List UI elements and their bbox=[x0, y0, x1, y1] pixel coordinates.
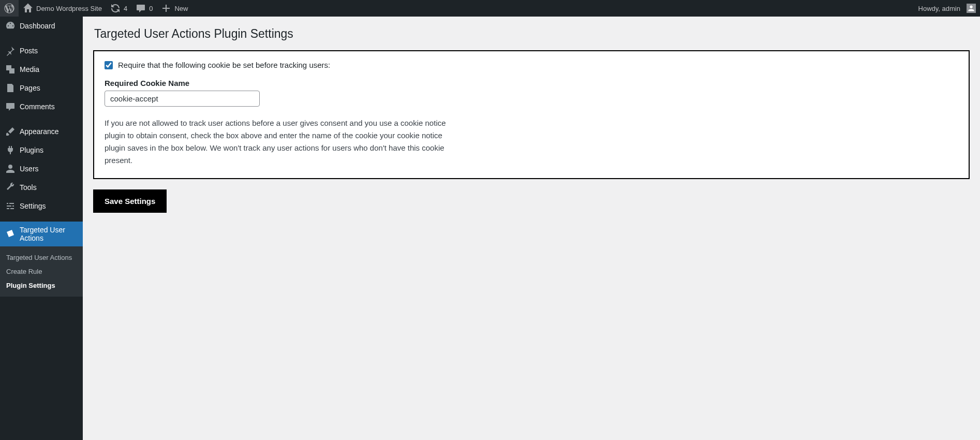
settings-panel: Require that the following cookie be set… bbox=[93, 50, 970, 179]
dashboard-icon bbox=[5, 21, 16, 31]
sidebar-item-targeted-user-actions[interactable]: Targeted User Actions bbox=[0, 222, 83, 246]
updates-link[interactable]: 4 bbox=[106, 0, 131, 17]
admin-toolbar: Demo Wordpress Site 4 0 New Howdy, admin bbox=[0, 0, 980, 17]
page-icon bbox=[5, 83, 16, 93]
sidebar-item-tools[interactable]: Tools bbox=[0, 178, 83, 197]
submenu-item-plugin-settings[interactable]: Plugin Settings bbox=[0, 278, 83, 292]
user-icon bbox=[5, 164, 16, 174]
home-icon bbox=[23, 3, 33, 13]
new-content-link[interactable]: New bbox=[157, 0, 192, 17]
sidebar-item-appearance[interactable]: Appearance bbox=[0, 122, 83, 141]
comment-icon bbox=[5, 101, 16, 112]
ticket-icon bbox=[5, 229, 16, 239]
sidebar-item-posts[interactable]: Posts bbox=[0, 41, 83, 60]
require-cookie-row[interactable]: Require that the following cookie be set… bbox=[105, 61, 958, 69]
page-title: Targeted User Actions Plugin Settings bbox=[94, 27, 970, 41]
require-cookie-checkbox[interactable] bbox=[105, 61, 113, 69]
plus-icon bbox=[161, 3, 171, 13]
wordpress-icon bbox=[4, 3, 14, 13]
sidebar-item-label: Users bbox=[20, 165, 39, 173]
sidebar-item-label: Posts bbox=[20, 47, 38, 55]
cookie-name-label: Required Cookie Name bbox=[105, 79, 958, 87]
submenu-item-targeted-user-actions[interactable]: Targeted User Actions bbox=[0, 251, 83, 265]
sidebar-item-comments[interactable]: Comments bbox=[0, 97, 83, 116]
wp-logo-menu[interactable] bbox=[0, 0, 19, 17]
require-cookie-label: Require that the following cookie be set… bbox=[118, 61, 330, 69]
sidebar-item-label: Dashboard bbox=[20, 22, 55, 30]
comment-icon bbox=[136, 3, 146, 13]
comments-link[interactable]: 0 bbox=[131, 0, 157, 17]
sliders-icon bbox=[5, 201, 16, 211]
cookie-name-input[interactable] bbox=[105, 91, 260, 107]
admin-menu: Dashboard Posts Media Pages Comments App… bbox=[0, 17, 83, 440]
sidebar-item-plugins[interactable]: Plugins bbox=[0, 141, 83, 159]
sidebar-item-label: Settings bbox=[20, 202, 46, 210]
sidebar-item-label: Targeted User Actions bbox=[20, 226, 78, 242]
sidebar-item-pages[interactable]: Pages bbox=[0, 79, 83, 97]
media-icon bbox=[5, 64, 16, 75]
comments-count: 0 bbox=[149, 5, 153, 12]
sidebar-item-label: Pages bbox=[20, 84, 40, 92]
submenu-item-create-rule[interactable]: Create Rule bbox=[0, 265, 83, 278]
main-content: Targeted User Actions Plugin Settings Re… bbox=[83, 17, 980, 440]
save-settings-button[interactable]: Save Settings bbox=[93, 189, 167, 213]
update-icon bbox=[110, 3, 121, 13]
new-label: New bbox=[174, 5, 188, 12]
sidebar-item-label: Tools bbox=[20, 183, 37, 192]
my-account-link[interactable]: Howdy, admin bbox=[914, 0, 980, 17]
avatar bbox=[967, 4, 976, 13]
sidebar-item-settings[interactable]: Settings bbox=[0, 197, 83, 215]
site-name-text: Demo Wordpress Site bbox=[36, 5, 102, 12]
updates-count: 4 bbox=[124, 5, 127, 12]
site-name-link[interactable]: Demo Wordpress Site bbox=[19, 0, 106, 17]
plug-icon bbox=[5, 145, 16, 155]
howdy-text: Howdy, admin bbox=[918, 5, 960, 12]
pin-icon bbox=[5, 46, 16, 56]
submenu: Targeted User Actions Create Rule Plugin… bbox=[0, 246, 83, 297]
sidebar-item-label: Appearance bbox=[20, 127, 59, 136]
sidebar-item-media[interactable]: Media bbox=[0, 60, 83, 79]
wrench-icon bbox=[5, 182, 16, 193]
help-text: If you are not allowed to track user act… bbox=[105, 117, 446, 167]
sidebar-item-label: Comments bbox=[20, 102, 55, 111]
sidebar-item-label: Plugins bbox=[20, 146, 43, 154]
sidebar-item-users[interactable]: Users bbox=[0, 159, 83, 178]
sidebar-item-dashboard[interactable]: Dashboard bbox=[0, 17, 83, 35]
sidebar-item-label: Media bbox=[20, 65, 39, 74]
brush-icon bbox=[5, 126, 16, 137]
